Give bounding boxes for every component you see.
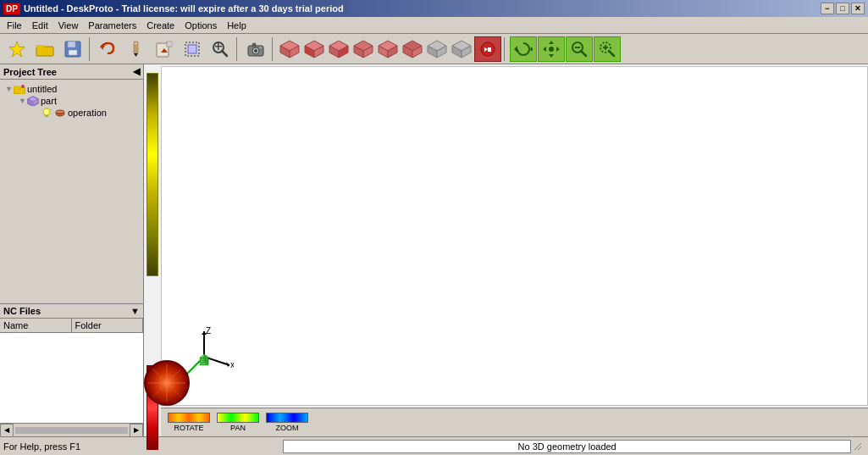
nc-col-name: Name — [0, 319, 72, 332]
nc-files-label: NC Files — [3, 306, 41, 316]
scroll-left-button[interactable]: ◀ — [0, 424, 14, 437]
zoom-window-button[interactable] — [207, 36, 234, 62]
svg-line-98 — [854, 443, 861, 450]
tree-item-untitled[interactable]: ▼ untitled — [3, 83, 140, 95]
menu-bar: File Edit View Parameters Create Options… — [0, 17, 868, 34]
zoom-fit-button[interactable] — [594, 36, 621, 62]
close-button[interactable]: ✕ — [851, 3, 865, 14]
part-icon — [27, 96, 39, 106]
svg-rect-24 — [252, 43, 256, 47]
menu-options[interactable]: Options — [180, 19, 222, 32]
svg-line-62 — [609, 51, 614, 56]
zoom-label: ZOOM — [276, 424, 299, 432]
rotate-indicator — [168, 413, 210, 423]
project-tree-header: Project Tree ◀ — [0, 64, 143, 80]
svg-line-18 — [222, 51, 227, 56]
pan-control[interactable]: PAN — [217, 413, 259, 432]
menu-view[interactable]: View — [53, 19, 84, 32]
tree-expand-untitled: ▼ — [5, 85, 12, 93]
svg-rect-6 — [69, 50, 77, 55]
menu-help[interactable]: Help — [222, 19, 252, 32]
tree-item-operation[interactable]: operation — [30, 107, 140, 119]
project-tree-section: Project Tree ◀ ▼ untitled ▼ — [0, 64, 143, 304]
view-top-button[interactable] — [278, 36, 301, 62]
nc-files-columns: Name Folder — [0, 319, 143, 333]
svg-marker-9 — [134, 53, 138, 57]
shape-button[interactable] — [179, 36, 206, 62]
tree-item-part[interactable]: ▼ part — [17, 95, 140, 107]
bottom-toolbar: ROTATE PAN ZOOM — [161, 408, 868, 436]
scroll-track[interactable] — [15, 427, 128, 434]
cam-mode-button[interactable] — [474, 36, 501, 62]
view-front-button[interactable] — [302, 36, 326, 62]
title-bar: DP Untitled - DeskProto - Trial license:… — [0, 0, 868, 17]
toolbar-separator-2 — [236, 37, 240, 61]
view-iso-button[interactable] — [425, 36, 449, 62]
svg-rect-25 — [259, 47, 262, 48]
open-button[interactable] — [31, 36, 58, 62]
tree-label-operation: operation — [68, 108, 107, 118]
nc-files-dropdown-icon[interactable]: ▼ — [130, 306, 140, 316]
view-custom-button[interactable] — [450, 36, 473, 62]
compass-icon[interactable] — [144, 360, 191, 407]
minimize-button[interactable]: − — [821, 3, 834, 14]
menu-file[interactable]: File — [2, 19, 27, 32]
main-toolbar — [0, 34, 868, 64]
view-bottom-button[interactable] — [401, 36, 424, 62]
pan-button[interactable] — [538, 36, 565, 62]
rotate-label: ROTATE — [174, 424, 203, 432]
maximize-button[interactable]: □ — [836, 3, 849, 14]
svg-rect-13 — [167, 42, 172, 47]
pan-label: PAN — [230, 424, 246, 432]
view-back-button[interactable] — [351, 36, 375, 62]
nc-files-content — [0, 333, 143, 423]
new-button[interactable] — [3, 36, 30, 62]
svg-rect-51 — [488, 47, 491, 52]
view-right-button[interactable] — [327, 36, 351, 62]
app-icon: DP — [3, 3, 20, 14]
svg-point-57 — [549, 47, 554, 52]
svg-text:x: x — [230, 360, 234, 369]
project-icon — [14, 84, 25, 94]
title-text: Untitled - DeskProto - Trial license: wi… — [24, 3, 344, 14]
camera-button[interactable] — [242, 36, 269, 62]
vertical-slider-container — [146, 73, 159, 352]
nc-files-section: NC Files ▼ Name Folder — [0, 304, 143, 423]
collapse-icon[interactable]: ◀ — [133, 66, 140, 77]
zoom-out-button[interactable] — [566, 36, 593, 62]
svg-rect-16 — [188, 45, 196, 53]
toolbar-separator-1 — [89, 37, 92, 61]
undo-button[interactable] — [95, 36, 122, 62]
scroll-right-button[interactable]: ▶ — [130, 424, 143, 437]
draw-button[interactable] — [123, 36, 150, 62]
export-button[interactable] — [151, 36, 178, 62]
menu-edit[interactable]: Edit — [27, 19, 53, 32]
svg-marker-55 — [543, 47, 546, 52]
tree-expand-part: ▼ — [19, 97, 25, 105]
svg-marker-52 — [514, 46, 517, 53]
svg-line-99 — [858, 447, 861, 450]
menu-create[interactable]: Create — [141, 19, 180, 32]
zoom-control[interactable]: ZOOM — [266, 413, 308, 432]
svg-rect-10 — [135, 42, 137, 44]
view-left-button[interactable] — [376, 36, 400, 62]
status-help-text: For Help, press F1 — [3, 441, 283, 452]
window-controls[interactable]: − □ ✕ — [821, 3, 865, 14]
canvas-viewport[interactable]: Y Z x — [161, 66, 868, 406]
toolbar-separator-4 — [504, 37, 507, 61]
menu-parameters[interactable]: Parameters — [83, 19, 141, 32]
save-button[interactable] — [59, 36, 86, 62]
toolbar-separator-3 — [272, 37, 275, 61]
vertical-slider-track[interactable] — [147, 73, 158, 276]
svg-marker-53 — [549, 41, 554, 44]
svg-rect-20 — [218, 43, 219, 50]
canvas-area: Y Z x ROTATE — [144, 64, 868, 436]
main-layout: Project Tree ◀ ▼ untitled ▼ — [0, 64, 868, 436]
rotate-button[interactable] — [510, 36, 537, 62]
svg-line-77 — [51, 109, 52, 110]
status-bar: For Help, press F1 No 3D geometry loaded — [0, 436, 868, 455]
zoom-indicator — [266, 413, 308, 423]
rotate-control[interactable]: ROTATE — [168, 413, 210, 432]
svg-rect-2 — [36, 47, 53, 56]
svg-rect-5 — [68, 42, 75, 47]
